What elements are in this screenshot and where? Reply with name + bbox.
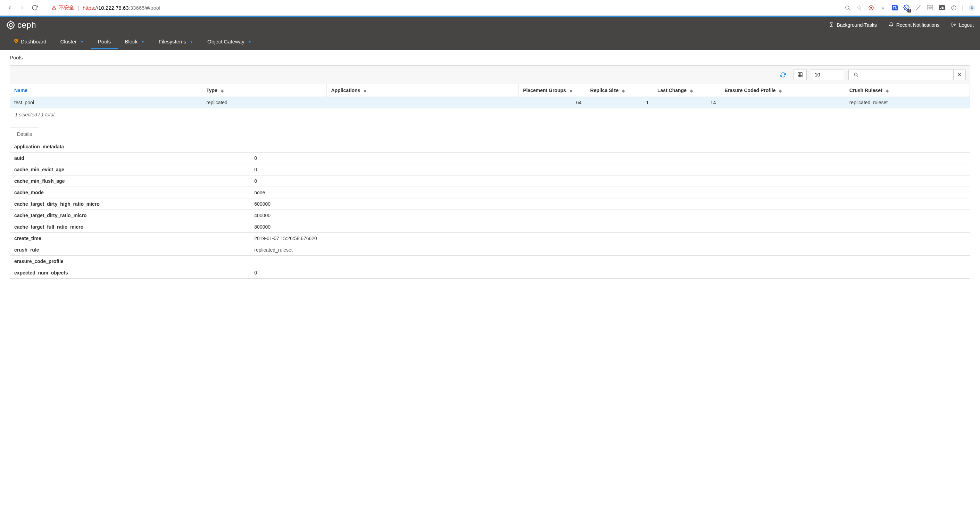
refresh-button[interactable] [776,69,789,80]
details-table: application_metadataauid0cache_min_evict… [10,141,970,279]
pools-panel: Name Type ◆ Applications ◆ Placement Gro… [10,65,970,121]
svg-rect-16 [798,73,802,77]
details-key: application_metadata [10,141,250,153]
page-size-input[interactable] [811,69,844,80]
top-bar: ceph Background-Tasks Recent Notificatio… [0,17,980,34]
clear-search-button[interactable] [953,69,966,80]
sort-icon: ◆ [690,89,693,93]
details-row: create_time2019-01-07 15:26:58.676620 [10,233,970,244]
ext7-icon[interactable]: JB [938,4,945,11]
cell-crush-ruleset: replicated_ruleset [845,97,970,109]
details-key: crush_rule [10,244,250,256]
chevron-down-icon: ▼ [141,40,145,44]
svg-point-4 [906,7,907,9]
details-value [250,141,970,153]
details-value: 400000 [250,210,970,221]
chrome-right: ☆ ▲ F3 5 60 JB | [844,4,975,11]
nav-object-gateway[interactable]: Object Gateway▼ [200,34,259,49]
cell-ec-profile [720,97,845,109]
nav-cluster[interactable]: Cluster▼ [53,34,91,49]
sort-asc-icon [31,89,35,93]
url-text: https://10.222.78.63:33665/#/pool [83,5,161,11]
search-button[interactable] [848,69,863,80]
breadcrumb: Pools [0,50,980,65]
details-row: cache_min_evict_age0 [10,164,970,176]
logout-link[interactable]: Logout [951,22,974,28]
svg-rect-26 [33,90,34,90]
col-placement-groups[interactable]: Placement Groups ◆ [519,84,586,97]
reload-button[interactable] [30,3,40,13]
sort-icon: ◆ [622,89,625,93]
gear-icon[interactable]: 5 [903,4,910,11]
details-value: 0 [250,153,970,164]
nav-dashboard[interactable]: Dashboard [6,34,53,50]
details-value [250,256,970,267]
logout-icon [951,22,956,28]
svg-point-0 [846,6,849,9]
details-key: cache_target_dirty_high_ratio_micro [10,198,250,210]
svg-line-22 [857,76,858,77]
sort-icon: ◆ [570,89,572,93]
brand-text: ceph [18,20,36,30]
logout-label: Logout [959,22,974,28]
details-value: 0 [250,267,970,279]
col-last-change[interactable]: Last Change ◆ [653,84,720,97]
brand-logo[interactable]: ceph [6,20,36,34]
details-value: replicated_ruleset [250,244,970,256]
col-name[interactable]: Name [10,84,202,97]
address-separator: | [78,5,79,11]
cell-name: test_pool [10,97,202,109]
details-row: cache_target_full_ratio_micro800000 [10,221,970,233]
pools-table: Name Type ◆ Applications ◆ Placement Gro… [10,84,970,108]
details-key: erasure_code_profile [10,256,250,267]
address-bar[interactable]: 不安全 | https://10.222.78.63:33665/#/pool [51,5,160,11]
nav-filesystems[interactable]: Filesystems▼ [152,34,200,49]
nav-block[interactable]: Block▼ [118,34,152,49]
details-key: cache_mode [10,187,250,198]
details-value: 800000 [250,221,970,233]
breadcrumb-item: Pools [10,54,23,61]
back-button[interactable] [5,3,14,13]
col-replica-size[interactable]: Replica Size ◆ [586,84,653,97]
cell-replica: 1 [586,97,653,109]
col-crush-ruleset[interactable]: Crush Ruleset ◆ [845,84,970,97]
bell-icon [889,22,894,28]
details-key: cache_target_full_ratio_micro [10,221,250,233]
svg-point-21 [854,73,857,76]
svg-rect-27 [33,91,35,91]
profile-icon[interactable] [968,4,975,11]
bookmark-star-icon[interactable]: ☆ [856,4,862,11]
recent-notifications-link[interactable]: Recent Notifications [889,22,940,28]
details-row: application_metadata [10,141,970,153]
zoom-icon[interactable] [844,4,851,11]
svg-point-3 [870,7,872,9]
tab-details[interactable]: Details [10,128,39,140]
nav-pools[interactable]: Pools [91,34,118,49]
table-footer: 1 selected / 1 total [10,108,970,121]
background-tasks-link[interactable]: Background-Tasks [829,22,877,28]
col-type[interactable]: Type ◆ [202,84,327,97]
panel-toolbar [10,65,970,84]
background-tasks-label: Background-Tasks [837,22,877,28]
ext6-icon[interactable]: 60 [926,4,934,11]
forward-button[interactable] [18,3,27,13]
table-row[interactable]: test_poolreplicated64114replicated_rules… [10,97,970,109]
info-icon[interactable] [950,4,957,11]
sort-icon: ◆ [886,89,889,93]
col-erasure-coded-profile[interactable]: Erasure Coded Profile ◆ [720,84,845,97]
details-key: cache_min_flush_age [10,176,250,187]
search-input[interactable] [863,69,953,80]
details-key: cache_target_dirty_ratio_micro [10,210,250,221]
details-key: cache_min_evict_age [10,164,250,176]
svg-point-9 [7,22,14,29]
details-key: auid [10,153,250,164]
cell-last-change: 14 [653,97,720,109]
ext3-icon[interactable]: F3 [891,4,898,11]
col-applications[interactable]: Applications ◆ [327,84,519,97]
details-row: cache_min_flush_age0 [10,176,970,187]
ext1-icon[interactable] [867,4,875,11]
ext5-icon[interactable] [915,4,922,11]
columns-button[interactable] [794,69,807,80]
ext2-icon[interactable]: ▲ [879,4,886,11]
details-row: erasure_code_profile [10,256,970,267]
